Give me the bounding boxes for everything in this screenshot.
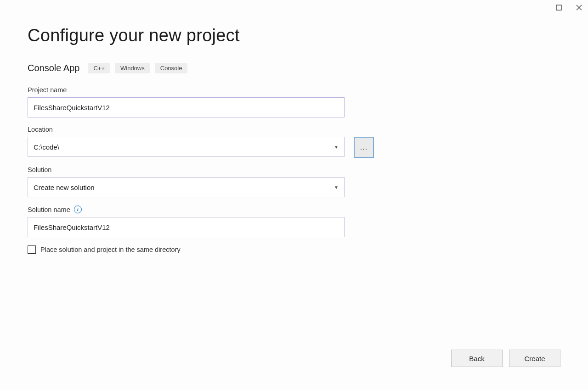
chevron-down-icon: ▼ [334, 145, 339, 150]
location-combo[interactable]: C:\code\ ▼ [28, 137, 345, 157]
solution-name-label: Solution name [28, 206, 70, 213]
solution-label: Solution [28, 166, 560, 173]
create-button[interactable]: Create [509, 350, 560, 367]
project-name-input[interactable] [28, 97, 345, 117]
tag-console: Console [155, 63, 188, 73]
solution-name-input[interactable] [28, 217, 345, 237]
chevron-down-icon: ▼ [334, 185, 339, 190]
tag-windows: Windows [115, 63, 150, 73]
info-icon[interactable]: i [74, 206, 82, 213]
tag-cpp: C++ [88, 63, 110, 73]
close-icon [576, 5, 582, 11]
maximize-button[interactable] [555, 4, 562, 11]
browse-label: ... [360, 143, 368, 151]
same-directory-checkbox[interactable] [28, 245, 36, 254]
same-directory-label: Place solution and project in the same d… [40, 246, 181, 253]
project-name-label: Project name [28, 86, 560, 94]
solution-value: Create new solution [34, 184, 95, 191]
location-value: C:\code\ [34, 143, 59, 151]
back-button[interactable]: Back [451, 350, 503, 367]
create-label: Create [524, 355, 545, 362]
project-type-subtitle: Console App [28, 63, 79, 73]
back-label: Back [469, 355, 484, 362]
maximize-icon [556, 5, 562, 11]
close-button[interactable] [575, 4, 582, 11]
location-label: Location [28, 126, 560, 133]
solution-combo[interactable]: Create new solution ▼ [28, 177, 345, 197]
browse-location-button[interactable]: ... [354, 137, 374, 158]
page-title: Configure your new project [28, 26, 560, 45]
svg-rect-0 [556, 5, 561, 10]
